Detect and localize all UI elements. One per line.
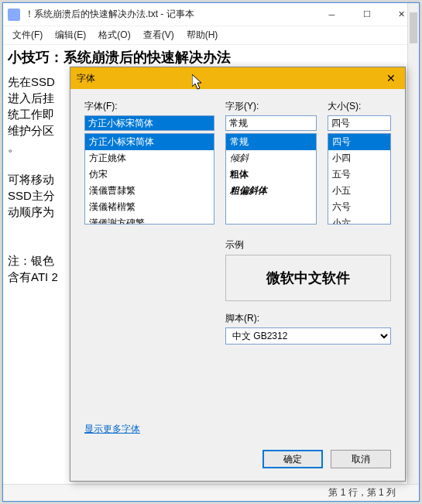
style-input[interactable]: [225, 115, 317, 131]
cancel-button[interactable]: 取消: [331, 450, 391, 468]
font-list[interactable]: 方正小标宋简体方正姚体仿宋漢儀曹隸繁漢儀褚楷繁漢儀謝方碑繁漢儀柳楷繁: [84, 133, 214, 225]
menu-item[interactable]: 帮助(H): [180, 26, 225, 44]
style-list-item[interactable]: 常规: [226, 134, 316, 150]
scrollbar[interactable]: [407, 3, 419, 501]
size-list[interactable]: 四号小四五号小五六号小六七号: [328, 133, 391, 225]
more-fonts-link[interactable]: 显示更多字体: [84, 423, 140, 436]
size-list-item[interactable]: 五号: [328, 166, 390, 183]
sample-label: 示例: [225, 238, 391, 252]
style-list[interactable]: 常规倾斜粗体粗偏斜体: [225, 133, 317, 225]
scrollbar-thumb[interactable]: [410, 12, 417, 43]
script-label: 脚本(R):: [225, 312, 391, 325]
font-input[interactable]: [84, 115, 214, 131]
minimize-button[interactable]: ─: [314, 3, 349, 26]
statusbar: 第 1 行，第 1 列: [3, 484, 419, 501]
size-input[interactable]: [328, 115, 391, 131]
font-label: 字体(F):: [84, 100, 214, 113]
window-title: ！系统崩溃后的快速解决办法.txt - 记事本: [25, 8, 314, 21]
menu-item[interactable]: 格式(O): [92, 26, 136, 44]
font-list-item[interactable]: 漢儀曹隸繁: [85, 183, 214, 199]
document-heading: 小技巧：系统崩溃后的快速解决办法: [8, 48, 414, 67]
dialog-titlebar: 字体 ✕: [70, 67, 405, 89]
sample-preview: 微软中文软件: [225, 255, 391, 301]
dialog-title: 字体: [77, 72, 383, 85]
size-list-item[interactable]: 小四: [328, 150, 390, 166]
style-list-item[interactable]: 倾斜: [226, 150, 316, 166]
dialog-close-button[interactable]: ✕: [383, 70, 399, 86]
font-list-item[interactable]: 仿宋: [85, 166, 214, 183]
script-select[interactable]: 中文 GB2312: [225, 327, 391, 345]
menubar: 文件(F)编辑(E)格式(O)查看(V)帮助(H): [3, 26, 419, 45]
menu-item[interactable]: 文件(F): [6, 26, 49, 44]
style-list-item[interactable]: 粗体: [226, 166, 316, 183]
font-list-item[interactable]: 方正小标宋简体: [85, 134, 214, 150]
titlebar: ！系统崩溃后的快速解决办法.txt - 记事本 ─ ☐ ✕: [3, 3, 419, 26]
menu-item[interactable]: 编辑(E): [49, 26, 92, 44]
style-list-item[interactable]: 粗偏斜体: [226, 183, 316, 199]
font-list-item[interactable]: 漢儀褚楷繁: [85, 199, 214, 215]
size-list-item[interactable]: 小五: [328, 183, 390, 199]
style-label: 字形(Y):: [225, 100, 317, 113]
maximize-button[interactable]: ☐: [349, 3, 384, 26]
menu-item[interactable]: 查看(V): [137, 26, 180, 44]
size-list-item[interactable]: 六号: [328, 199, 390, 215]
cursor-position: 第 1 行，第 1 列: [328, 486, 396, 499]
size-list-item[interactable]: 小六: [328, 215, 390, 225]
size-label: 大小(S):: [328, 100, 391, 113]
font-list-item[interactable]: 漢儀謝方碑繁: [85, 215, 214, 225]
font-dialog: 字体 ✕ 字体(F): 方正小标宋简体方正姚体仿宋漢儀曹隸繁漢儀褚楷繁漢儀謝方碑…: [70, 67, 406, 482]
size-list-item[interactable]: 四号: [328, 134, 390, 150]
app-icon: [8, 9, 20, 21]
font-list-item[interactable]: 方正姚体: [85, 150, 214, 166]
ok-button[interactable]: 确定: [262, 450, 323, 468]
